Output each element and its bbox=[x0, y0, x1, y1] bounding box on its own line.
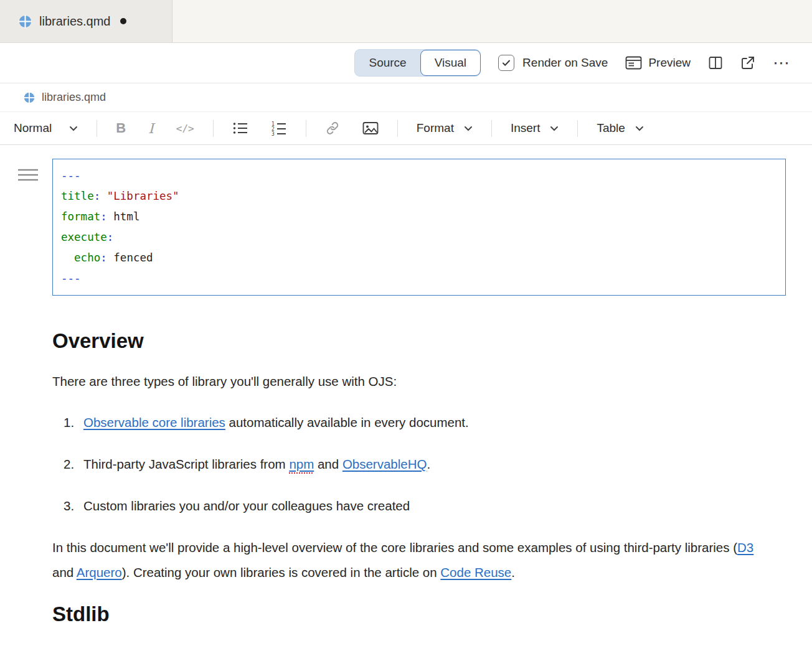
format-menu[interactable]: Format bbox=[413, 121, 476, 135]
open-in-new-window-button[interactable] bbox=[740, 55, 755, 70]
link-code-reuse[interactable]: Code Reuse bbox=[440, 565, 511, 579]
tab-libraries-qmd[interactable]: libraries.qmd bbox=[0, 0, 172, 42]
image-icon bbox=[362, 121, 379, 136]
yaml-token: echo bbox=[74, 251, 100, 264]
chevron-down-icon bbox=[550, 126, 559, 131]
preview-pane-icon bbox=[625, 55, 642, 70]
render-on-save-checkbox[interactable] bbox=[498, 55, 514, 71]
paragraph-text: and bbox=[52, 565, 77, 579]
numbered-list-button[interactable]: 1 2 3 bbox=[267, 121, 291, 136]
visual-editor-canvas[interactable]: --- title: "Libraries" format: html exec… bbox=[0, 145, 812, 627]
yaml-token: title bbox=[61, 190, 94, 202]
tab-bar: libraries.qmd bbox=[0, 0, 812, 43]
paragraph-text: ). Creating your own libraries is covere… bbox=[122, 565, 441, 579]
format-toolbar: Normal B I </> 1 2 bbox=[0, 112, 812, 145]
italic-icon: I bbox=[148, 121, 154, 136]
toolbar-divider bbox=[397, 120, 398, 137]
preview-label: Preview bbox=[648, 56, 691, 70]
link-observablehq[interactable]: ObservableHQ bbox=[342, 457, 427, 471]
yaml-line: echo: fenced bbox=[61, 248, 777, 268]
bullet-list-button[interactable] bbox=[229, 121, 252, 136]
numbered-list-icon: 1 2 3 bbox=[271, 121, 287, 136]
bullet-list-icon bbox=[232, 121, 248, 136]
tab-title: libraries.qmd bbox=[39, 14, 110, 29]
code-icon: </> bbox=[176, 123, 194, 134]
insert-link-button[interactable] bbox=[321, 121, 344, 136]
table-menu[interactable]: Table bbox=[593, 121, 647, 135]
bold-button[interactable]: B bbox=[112, 120, 130, 136]
paragraph-style-dropdown[interactable]: Normal bbox=[14, 121, 82, 135]
breadcrumb-filename: libraries.qmd bbox=[42, 91, 106, 104]
split-editor-button[interactable] bbox=[708, 55, 723, 70]
render-on-save-label: Render on Save bbox=[522, 56, 608, 70]
source-visual-toggle: Source Visual bbox=[354, 49, 481, 77]
outro-paragraph[interactable]: In this document we'll provide a high-le… bbox=[52, 535, 768, 585]
list-item-text: Third-party JavaScript libraries from bbox=[83, 457, 289, 471]
inline-code-button[interactable]: </> bbox=[172, 123, 198, 134]
yaml-metadata-block[interactable]: --- title: "Libraries" format: html exec… bbox=[52, 159, 786, 296]
insert-menu[interactable]: Insert bbox=[507, 121, 563, 135]
yaml-token: "Libraries" bbox=[107, 190, 179, 202]
insert-menu-label: Insert bbox=[511, 121, 541, 135]
drag-handle-icon[interactable] bbox=[17, 167, 39, 182]
format-menu-label: Format bbox=[417, 121, 454, 135]
chevron-down-icon bbox=[464, 126, 473, 131]
yaml-line: --- bbox=[61, 166, 777, 186]
source-mode-button[interactable]: Source bbox=[355, 50, 420, 76]
yaml-line: --- bbox=[61, 268, 777, 289]
yaml-token: : bbox=[100, 251, 113, 264]
list-number: 2. bbox=[64, 452, 74, 477]
split-editor-icon bbox=[708, 55, 723, 70]
paragraph-text: In this document we'll provide a high-le… bbox=[52, 540, 737, 555]
toolbar-divider bbox=[577, 120, 578, 137]
link-arquero[interactable]: Arquero bbox=[77, 565, 122, 579]
yaml-token: fenced bbox=[113, 251, 153, 264]
check-icon bbox=[501, 58, 511, 68]
yaml-token: format bbox=[61, 210, 100, 223]
quarto-icon bbox=[24, 92, 35, 103]
list-item-text: . bbox=[427, 457, 430, 471]
toolbar-divider bbox=[491, 120, 492, 137]
yaml-token: : bbox=[94, 190, 107, 202]
yaml-front-matter-row: --- title: "Libraries" format: html exec… bbox=[52, 159, 786, 296]
list-item-text: automatically available in every documen… bbox=[225, 415, 469, 429]
italic-button[interactable]: I bbox=[144, 121, 158, 136]
yaml-token: : bbox=[100, 210, 113, 223]
insert-image-button[interactable] bbox=[359, 121, 382, 136]
list-item[interactable]: 3. Custom libraries you and/or your coll… bbox=[52, 494, 786, 518]
intro-paragraph[interactable]: There are three types of library you'll … bbox=[52, 369, 768, 394]
heading-overview[interactable]: Overview bbox=[52, 328, 786, 354]
ellipsis-icon: ⋯ bbox=[773, 55, 791, 72]
visual-mode-button[interactable]: Visual bbox=[420, 50, 481, 76]
heading-stdlib[interactable]: Stdlib bbox=[52, 601, 786, 627]
yaml-token: execute bbox=[61, 231, 107, 243]
link-observable-core-libraries[interactable]: Observable core libraries bbox=[83, 415, 225, 429]
yaml-token: --- bbox=[61, 169, 81, 182]
toolbar-right-group: Source Visual Render on Save bbox=[354, 49, 791, 77]
bold-icon: B bbox=[116, 120, 126, 136]
link-d3[interactable]: D3 bbox=[737, 540, 753, 555]
list-number: 1. bbox=[64, 410, 74, 435]
render-on-save-control[interactable]: Render on Save bbox=[498, 55, 608, 71]
list-item[interactable]: 1. Observable core libraries automatical… bbox=[52, 410, 786, 435]
yaml-token: : bbox=[107, 231, 114, 243]
chevron-down-icon bbox=[69, 126, 78, 131]
chevron-down-icon bbox=[635, 126, 644, 131]
yaml-line: title: "Libraries" bbox=[61, 186, 777, 207]
paragraph-style-value: Normal bbox=[14, 121, 52, 135]
list-item-text: Custom libraries you and/or your colleag… bbox=[83, 499, 410, 513]
more-options-button[interactable]: ⋯ bbox=[773, 55, 791, 72]
yaml-token: html bbox=[113, 210, 139, 223]
toolbar-divider bbox=[213, 120, 214, 137]
toolbar-divider bbox=[306, 120, 306, 137]
breadcrumb: libraries.qmd bbox=[0, 83, 812, 112]
list-number: 3. bbox=[64, 494, 74, 518]
link-npm[interactable]: npm bbox=[289, 457, 314, 471]
preview-button[interactable]: Preview bbox=[625, 55, 691, 70]
yaml-token bbox=[61, 251, 74, 264]
yaml-token: --- bbox=[61, 272, 81, 284]
library-types-list: 1. Observable core libraries automatical… bbox=[52, 410, 786, 518]
list-item[interactable]: 2. Third-party JavaScript libraries from… bbox=[52, 452, 786, 477]
misspelled-word: npm bbox=[289, 457, 314, 471]
unsaved-indicator-dot bbox=[120, 18, 126, 24]
